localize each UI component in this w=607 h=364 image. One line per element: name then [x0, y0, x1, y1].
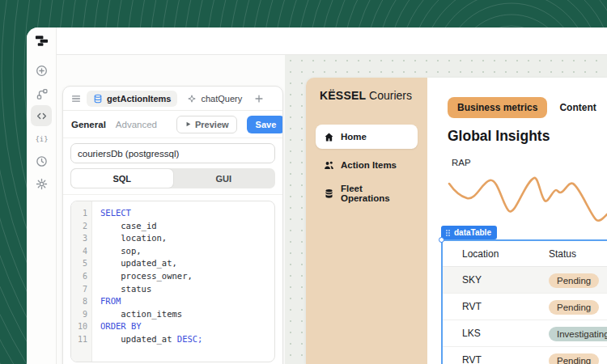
- cell-location: RVT: [462, 354, 549, 364]
- query-tabbar: getActionItemschatQuery: [63, 87, 282, 111]
- home-icon: [324, 132, 334, 142]
- app-logo-icon[interactable]: [35, 34, 49, 48]
- sql-code-editor[interactable]: 1234567891011 SELECT case_id location, s…: [70, 201, 275, 362]
- database-icon: [93, 94, 103, 104]
- code-line: action_items: [100, 308, 274, 321]
- svg-text:{i}: {i}: [36, 134, 48, 142]
- code-line: ORDER BY: [100, 320, 274, 333]
- query-editor-card: getActionItemschatQuery General Advanced…: [62, 86, 283, 364]
- nav-item-action-items[interactable]: Action Items: [316, 153, 418, 177]
- add-circle-icon[interactable]: [31, 60, 52, 81]
- new-query-button[interactable]: [253, 93, 265, 104]
- table-row[interactable]: RVTPending: [443, 294, 607, 320]
- code-line: location,: [100, 232, 274, 245]
- table-header: LocationStatus: [443, 241, 607, 267]
- brand-logo: KËSSEL Couriers: [320, 89, 412, 102]
- column-header-location[interactable]: Location: [462, 248, 549, 260]
- braces-icon[interactable]: {i}: [31, 128, 52, 149]
- preview-tabs: Business metricsContent: [448, 97, 596, 118]
- drag-handle-icon: [445, 229, 451, 237]
- divider: [63, 194, 282, 195]
- query-editor-panel: getActionItemschatQuery General Advanced…: [57, 55, 285, 364]
- query-settings-bar: General Advanced Preview Save: [63, 111, 282, 138]
- status-badge: Investigating: [549, 327, 607, 341]
- users-icon: [324, 160, 334, 171]
- selection-handle[interactable]: [439, 237, 444, 243]
- left-toolbar: {i}: [27, 28, 57, 364]
- preview-nav: HomeAction ItemsFleet Operations: [316, 125, 418, 205]
- app-preview: KËSSEL Couriers HomeAction ItemsFleet Op…: [306, 78, 607, 364]
- mode-gui-button[interactable]: GUI: [173, 169, 275, 188]
- code-line: updated_at,: [100, 257, 274, 270]
- history-icon[interactable]: [31, 150, 52, 171]
- line-numbers: 1234567891011: [71, 201, 92, 362]
- query-tab-label: chatQuery: [201, 94, 242, 104]
- workflow-icon[interactable]: [31, 83, 52, 104]
- code-line: status: [100, 283, 274, 296]
- nav-item-label: Action Items: [341, 160, 397, 170]
- preview-sidebar: KËSSEL Couriers HomeAction ItemsFleet Op…: [306, 78, 427, 364]
- code-line: SELECT: [100, 207, 274, 220]
- sparkline-chart: [441, 168, 607, 226]
- table-row[interactable]: RVTPending: [443, 347, 607, 364]
- query-tabs: getActionItemschatQuery: [87, 91, 248, 107]
- tab-general[interactable]: General: [71, 120, 106, 129]
- status-badge: Pending: [549, 300, 599, 315]
- resource-select[interactable]: couriersDb (postgressql): [70, 143, 275, 163]
- mode-toggle: SQL GUI: [70, 168, 275, 188]
- query-tab-chatQuery[interactable]: chatQuery: [180, 91, 248, 107]
- table-row[interactable]: SKYPending: [443, 267, 607, 294]
- column-header-status[interactable]: Status: [549, 248, 607, 260]
- cell-location: RVT: [462, 301, 549, 312]
- menu-icon[interactable]: [70, 93, 82, 104]
- preview-tab-content[interactable]: Content: [559, 102, 596, 113]
- code-line: process_owner,: [100, 270, 274, 283]
- nav-item-fleet-operations[interactable]: Fleet Operations: [316, 181, 418, 205]
- sql-code[interactable]: SELECT case_id location, sop, updated_at…: [92, 201, 274, 362]
- selection-border-top: [441, 239, 607, 241]
- preview-tab-business-metrics[interactable]: Business metrics: [448, 97, 547, 118]
- code-icon[interactable]: [31, 105, 52, 126]
- cell-location: LKS: [462, 328, 549, 339]
- query-body: couriersDb (postgressql) SQL GUI 1234567…: [63, 138, 282, 362]
- status-badge: Pending: [549, 273, 599, 288]
- data-table: LocationStatus SKYPendingRVTPendingLKSIn…: [443, 241, 607, 364]
- code-line: sop,: [100, 245, 274, 258]
- code-line: updated_at DESC;: [100, 333, 274, 346]
- table-row[interactable]: LKSInvestigating: [443, 320, 607, 347]
- preview-button[interactable]: Preview: [176, 116, 237, 133]
- code-line: FROM: [100, 295, 274, 308]
- nav-item-label: Fleet Operations: [341, 184, 410, 203]
- status-badge: Pending: [549, 353, 599, 364]
- nav-item-label: Home: [341, 132, 367, 142]
- save-button[interactable]: Save: [247, 116, 283, 133]
- settings-icon[interactable]: [31, 173, 52, 194]
- chart-label: RAP: [452, 158, 471, 167]
- table-body: SKYPendingRVTPendingLKSInvestigatingRVTP…: [443, 267, 607, 364]
- selection-border-left: [441, 239, 443, 364]
- sparkle-icon: [187, 94, 197, 104]
- query-tab-label: getActionItems: [107, 94, 171, 104]
- component-label[interactable]: dataTable: [441, 226, 497, 239]
- nav-item-home[interactable]: Home: [316, 125, 418, 149]
- page-title: Global Insights: [448, 128, 550, 145]
- code-line: case_id: [100, 220, 274, 233]
- preview-main: Business metricsContent Global Insights …: [427, 78, 607, 364]
- mode-sql-button[interactable]: SQL: [71, 169, 173, 188]
- play-icon: [185, 121, 192, 128]
- window-topbar: [57, 28, 607, 55]
- database-solid-icon: [324, 188, 334, 199]
- cell-location: SKY: [462, 274, 549, 286]
- query-tab-getActionItems[interactable]: getActionItems: [87, 91, 177, 107]
- tab-advanced[interactable]: Advanced: [116, 120, 157, 129]
- app-window: {i} getActionItemschatQuery General Adva…: [27, 28, 607, 364]
